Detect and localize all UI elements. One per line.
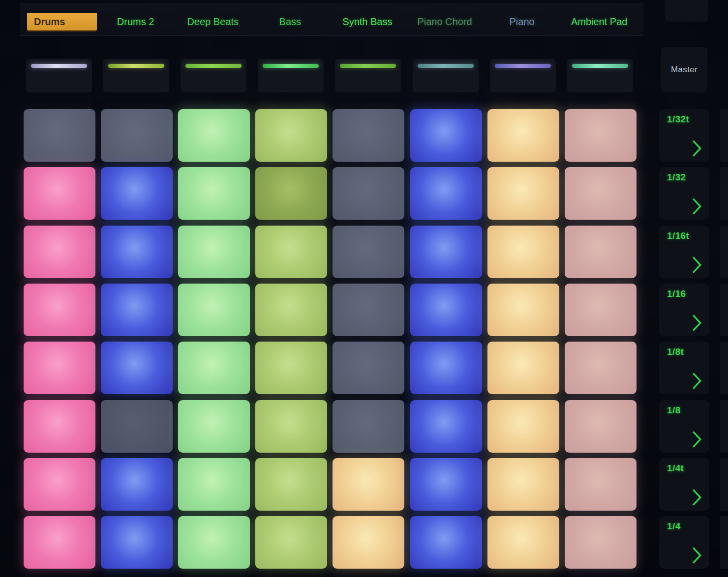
pad-r7c8-rose[interactable]	[565, 458, 637, 511]
step-rate-button-1-4t[interactable]: 1/4t	[659, 458, 709, 511]
step-rate-button-1-8t[interactable]: 1/8t	[659, 342, 709, 394]
track-tab-drums-2[interactable]: Drums 2	[97, 13, 174, 30]
pad-r4c3-green[interactable]	[178, 284, 250, 336]
step-rate-button-1-8[interactable]: 1/8	[659, 400, 709, 453]
master-label: Master	[671, 65, 698, 75]
step-rate-button-1-16[interactable]: 1/16	[659, 284, 709, 336]
track-select-button-ambient-pad[interactable]	[567, 59, 633, 92]
pad-r1c2-gray[interactable]	[101, 109, 173, 162]
pad-r8c5-amber[interactable]	[333, 516, 404, 569]
pad-r8c4-lime[interactable]	[255, 516, 327, 569]
pad-r6c3-green[interactable]	[178, 400, 250, 453]
meter-level-line	[108, 64, 164, 68]
pad-r3c2-blue[interactable]	[101, 226, 173, 278]
pad-r3c8-rose[interactable]	[565, 226, 637, 278]
pad-r4c7-amber[interactable]	[487, 284, 559, 336]
pad-r1c1-gray[interactable]	[24, 109, 95, 162]
step-rate-label: 1/16	[667, 288, 686, 299]
pad-r5c2-blue[interactable]	[101, 342, 173, 394]
track-tab-deep-beats[interactable]: Deep Beats	[174, 13, 251, 30]
pad-r1c5-gray[interactable]	[333, 109, 404, 162]
pad-r7c7-amber[interactable]	[487, 458, 559, 511]
step-rate-button-1-16t[interactable]: 1/16t	[659, 226, 709, 278]
pad-r4c6-blue[interactable]	[410, 284, 482, 336]
pad-r6c7-amber[interactable]	[487, 400, 559, 453]
track-tab-piano-chord[interactable]: Piano Chord	[406, 13, 484, 30]
track-select-button-deep-beats[interactable]	[181, 59, 246, 92]
pad-r1c7-amber[interactable]	[487, 109, 559, 162]
chevron-right-icon	[691, 488, 703, 507]
pad-r3c4-lime[interactable]	[255, 226, 327, 278]
pad-r4c4-lime[interactable]	[255, 284, 327, 336]
track-tab-synth-bass[interactable]: Synth Bass	[329, 13, 406, 30]
step-rate-button-1-4[interactable]: 1/4	[659, 516, 709, 569]
pad-r6c5-gray[interactable]	[333, 400, 404, 453]
pad-r5c7-amber[interactable]	[487, 342, 559, 394]
track-tab-piano[interactable]: Piano	[484, 13, 561, 30]
pad-r3c3-green[interactable]	[178, 226, 250, 278]
pad-r2c7-amber[interactable]	[487, 167, 559, 220]
edge-button-sliver	[720, 458, 728, 511]
pad-r3c7-amber[interactable]	[487, 226, 559, 278]
pad-r7c3-green[interactable]	[178, 458, 250, 511]
pad-r1c8-rose[interactable]	[565, 109, 637, 162]
top-right-partial-button[interactable]	[665, 0, 708, 22]
pad-r3c6-blue[interactable]	[410, 226, 482, 278]
pad-r5c4-lime[interactable]	[255, 342, 327, 394]
pad-r1c6-blue[interactable]	[410, 109, 482, 162]
pad-r6c2-gray_dim[interactable]	[101, 400, 173, 453]
pad-r8c3-green[interactable]	[178, 516, 250, 569]
pad-r2c2-blue[interactable]	[101, 167, 173, 220]
pad-r8c6-blue[interactable]	[410, 516, 482, 569]
track-select-button-drums[interactable]	[26, 59, 92, 92]
pad-r6c4-lime[interactable]	[255, 400, 327, 453]
pad-r5c3-green[interactable]	[178, 342, 250, 394]
pad-r2c5-gray[interactable]	[333, 167, 404, 220]
pad-r4c5-gray[interactable]	[333, 284, 404, 336]
pad-r3c1-pink[interactable]	[24, 226, 95, 278]
pad-r5c8-rose[interactable]	[565, 342, 637, 394]
pad-r5c5-gray[interactable]	[333, 342, 404, 394]
track-select-button-bass[interactable]	[258, 59, 324, 92]
step-rate-button-1-32[interactable]: 1/32	[659, 167, 709, 220]
pad-r5c1-pink[interactable]	[24, 342, 95, 394]
pad-r2c8-rose[interactable]	[565, 167, 637, 220]
pad-r2c4-lime_dim[interactable]	[255, 167, 327, 220]
edge-button-sliver	[720, 284, 728, 336]
edge-button-sliver	[720, 226, 728, 278]
chevron-right-icon	[691, 430, 703, 449]
pad-r4c2-blue[interactable]	[101, 284, 173, 336]
pad-r2c6-blue[interactable]	[410, 167, 482, 220]
track-select-button-piano-chord[interactable]	[413, 59, 479, 92]
step-rate-button-1-32t[interactable]: 1/32t	[659, 109, 709, 162]
pad-r7c4-lime[interactable]	[255, 458, 327, 511]
pad-r7c2-blue[interactable]	[101, 458, 173, 511]
track-select-button-drums-2[interactable]	[103, 59, 169, 92]
pad-r8c1-pink[interactable]	[24, 516, 95, 569]
pad-r4c1-pink[interactable]	[24, 284, 95, 336]
pad-r1c4-lime[interactable]	[255, 109, 327, 162]
pad-r8c8-rose[interactable]	[565, 516, 637, 569]
pad-r7c1-pink[interactable]	[24, 458, 95, 511]
pad-r8c2-blue[interactable]	[101, 516, 173, 569]
pad-r8c7-amber[interactable]	[487, 516, 559, 569]
track-tab-drums[interactable]: Drums	[27, 13, 97, 30]
pad-r5c6-blue[interactable]	[410, 342, 482, 394]
pad-r7c5-amber[interactable]	[333, 458, 404, 511]
track-tab-ambient-pad[interactable]: Ambient Pad	[561, 13, 638, 30]
pad-r6c8-rose[interactable]	[565, 400, 637, 453]
pad-r4c8-rose[interactable]	[565, 284, 637, 336]
step-rate-label: 1/4	[667, 521, 681, 532]
master-button[interactable]: Master	[661, 47, 707, 92]
pad-r3c5-gray[interactable]	[333, 226, 404, 278]
pad-r6c6-blue[interactable]	[410, 400, 482, 453]
track-select-button-piano[interactable]	[490, 59, 556, 92]
track-tab-bass[interactable]: Bass	[251, 13, 329, 30]
pad-r7c6-blue[interactable]	[410, 458, 482, 511]
meter-level-line	[572, 64, 628, 68]
pad-r6c1-pink[interactable]	[24, 400, 95, 453]
track-select-button-synth-bass[interactable]	[335, 59, 401, 92]
pad-r2c3-green[interactable]	[178, 167, 250, 220]
pad-r1c3-green[interactable]	[178, 109, 250, 162]
pad-r2c1-pink[interactable]	[24, 167, 95, 220]
